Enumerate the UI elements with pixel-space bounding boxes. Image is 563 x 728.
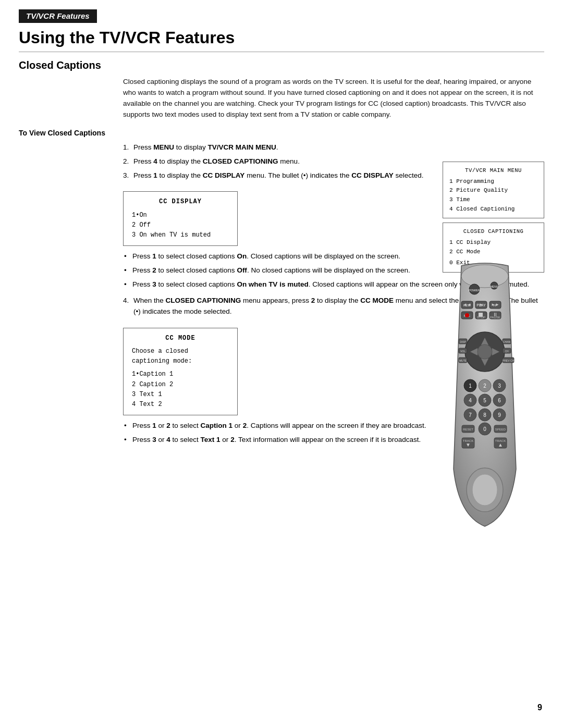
svg-text:►►: ►►	[491, 302, 499, 307]
svg-text:PREV CH: PREV CH	[503, 359, 515, 362]
cc-display-menu-box: CC DISPLAY 1•On 2 Off 3 On when TV is mu…	[123, 191, 238, 246]
cc-mode-line1: 1•Caption 1	[132, 369, 229, 379]
svg-point-0	[461, 265, 508, 288]
tvvcr-main-menu-title: TV/VCR MAIN MENU	[449, 166, 537, 175]
section-heading: Closed Captions	[19, 59, 544, 71]
svg-text:▼: ▼	[466, 442, 471, 448]
remote-control: POWER MENU REW PLAY FF ◄◄ ► ►► REC STOP …	[433, 261, 547, 534]
sub-heading: To View Closed Captions	[19, 129, 544, 137]
cc-display-title: CC DISPLAY	[132, 197, 229, 207]
closed-captioning-menu-title: CLOSED CAPTIONING	[449, 227, 537, 236]
svg-text:8: 8	[483, 412, 486, 418]
cc-mode-title: CC MODE	[132, 334, 229, 343]
remote-svg: POWER MENU REW PLAY FF ◄◄ ► ►► REC STOP …	[433, 261, 537, 532]
svg-text:▲: ▲	[498, 442, 503, 448]
cc-mode-line4: 4 Text 2	[132, 400, 229, 410]
svg-text:6: 6	[498, 398, 501, 403]
svg-text:DISP: DISP	[460, 340, 466, 343]
svg-text:1: 1	[469, 383, 472, 389]
tvvcr-line2: 2 Picture Quality	[449, 186, 537, 195]
svg-point-28	[478, 344, 492, 359]
cc-display-line3: 3 On when TV is muted	[132, 230, 229, 240]
tvvcr-line1: 1 Programming	[449, 177, 537, 187]
header-banner: TV/VCR Features	[19, 9, 97, 23]
svg-text:⏸: ⏸	[493, 312, 498, 317]
page-title: Using the TV/VCR Features	[19, 28, 544, 52]
cc-menu-line1: 1 CC Display	[449, 238, 537, 248]
svg-text:MENU: MENU	[491, 285, 498, 288]
cc-mode-menu-box: CC MODE Choose a closed captioning mode:…	[123, 328, 238, 415]
svg-text:7: 7	[469, 412, 472, 418]
cc-mode-choose2: captioning mode:	[132, 356, 229, 366]
cc-mode-choose: Choose a closed	[132, 347, 229, 356]
cc-display-line1: 1•On	[132, 211, 229, 220]
tvvcr-line4: 4 Closed Captioning	[449, 205, 537, 214]
svg-text:9: 9	[498, 412, 501, 418]
cc-mode-line3: 3 Text 1	[132, 390, 229, 400]
svg-text:►: ►	[479, 302, 483, 307]
intro-paragraph: Closed captioning displays the sound of …	[123, 77, 544, 120]
cc-display-line2: 2 Off	[132, 220, 229, 230]
svg-point-16	[465, 313, 469, 317]
svg-text:CHAN: CHAN	[503, 340, 511, 343]
svg-text:RESET: RESET	[463, 428, 473, 431]
svg-text:MUTE: MUTE	[459, 359, 467, 362]
right-menus: TV/VCR MAIN MENU 1 Programming 2 Picture…	[443, 162, 544, 277]
svg-text:5: 5	[483, 398, 486, 403]
banner-text: TV/VCR Features	[26, 11, 90, 20]
cc-menu-line2: 2 CC Mode	[449, 248, 537, 257]
svg-text:SPEED: SPEED	[495, 428, 506, 431]
page-number: 9	[537, 703, 542, 712]
svg-text:2: 2	[483, 383, 486, 389]
svg-point-72	[472, 474, 497, 505]
svg-text:◄◄: ◄◄	[463, 302, 471, 307]
svg-text:0: 0	[483, 426, 486, 432]
tvvcr-line3: 3 Time	[449, 195, 537, 205]
tvvcr-main-menu-box: TV/VCR MAIN MENU 1 Programming 2 Picture…	[443, 162, 544, 218]
svg-text:4: 4	[469, 398, 472, 403]
svg-text:3: 3	[498, 383, 501, 389]
cc-mode-line2: 2 Caption 2	[132, 380, 229, 390]
step-1: 1. Press MENU to display TV/VCR MAIN MEN…	[123, 142, 544, 153]
svg-text:CH: CH	[505, 350, 509, 353]
svg-rect-19	[479, 313, 483, 317]
svg-text:POWER: POWER	[469, 289, 481, 292]
svg-text:VOL: VOL	[460, 350, 466, 353]
